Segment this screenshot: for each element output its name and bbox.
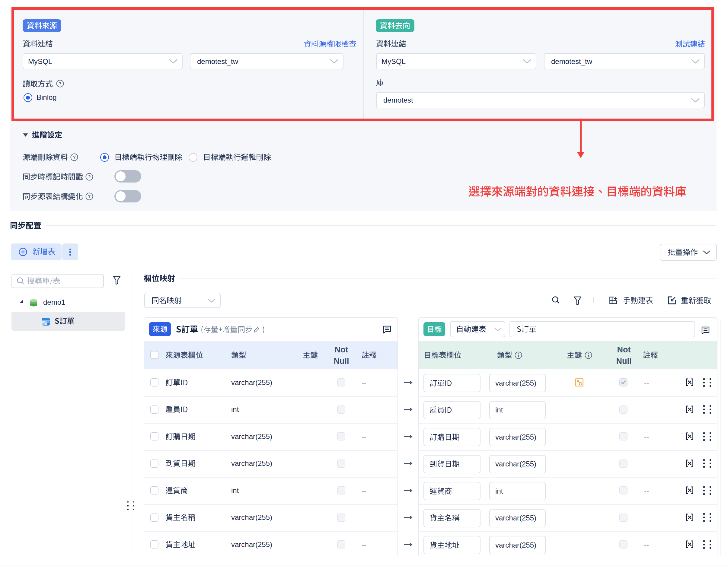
svg-text:?: ?: [73, 155, 75, 160]
svg-text:?: ?: [88, 194, 91, 199]
svg-text:?: ?: [59, 81, 61, 86]
svg-text:?: ?: [88, 174, 91, 179]
